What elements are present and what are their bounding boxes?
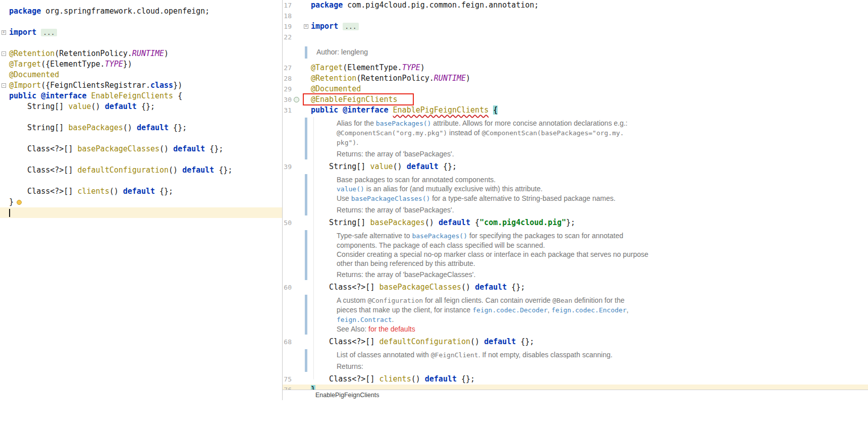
doc-link[interactable]: feign.codec.Decoder [472,306,548,314]
code-token: @Import [9,81,41,90]
code-line-content[interactable]: Class<?>[] clients() default {}; [311,374,868,385]
code-line[interactable] [0,133,282,144]
annotation-gutter-icon[interactable] [294,97,299,102]
code-line[interactable]: -@Import({FeignClientsRegistrar.class}) [0,80,282,91]
code-line[interactable]: @Documented [0,70,282,80]
code-line-content[interactable]: import ... [311,21,868,32]
code-line-content[interactable]: @EnableFeignClients [311,94,868,105]
fold-marker-icon[interactable]: + [2,30,6,35]
code-line-content[interactable]: String[] value() default {}; [311,161,868,172]
doc-line: components. The package of each class sp… [337,241,868,250]
code-line[interactable]: 60 Class<?>[] basePackageClasses() defau… [283,282,868,293]
line-number[interactable]: 39 [283,161,292,172]
line-number[interactable]: 19 [283,21,292,32]
doc-link[interactable]: value() [337,185,364,193]
gutter-icon-cell [292,116,303,161]
rendered-doc-indicator[interactable] [305,295,307,335]
code-line-content[interactable]: @Documented [311,84,868,94]
line-number[interactable]: 22 [283,32,292,42]
code-line[interactable]: 29@Documented [283,84,868,94]
code-line-content[interactable] [311,11,868,21]
line-number[interactable]: 31 [283,105,292,116]
code-line[interactable]: 18 [283,11,868,21]
code-line[interactable] [0,176,282,186]
code-token: . [392,315,394,323]
code-line[interactable] [0,17,282,27]
code-line-content[interactable] [311,32,868,42]
line-number[interactable]: 30 [283,94,292,105]
gutter-icon-cell [292,374,303,385]
intention-bulb-icon[interactable] [17,200,22,205]
fold-marker-icon[interactable]: - [2,83,6,88]
code-line[interactable]: @Target({ElementType.TYPE}) [0,59,282,70]
rendered-doc-indicator[interactable] [305,349,307,372]
doc-link[interactable]: feign.Contract [337,316,392,323]
code-line[interactable]: public @interface EnableFeignClients { [0,91,282,101]
fold-marker-icon[interactable]: - [2,51,6,56]
code-line-content[interactable]: String[] basePackages() default {"com.pi… [311,217,868,228]
line-number[interactable]: 60 [283,282,292,293]
right-editor-content[interactable]: 17package com.pig4cloud.pig.common.feign… [283,0,868,395]
code-line[interactable]: 31public @interface EnablePigFeignClient… [283,105,868,116]
code-token: RUNTIME [434,74,466,83]
code-line[interactable]: 28@Retention(RetentionPolicy.RUNTIME) [283,73,868,84]
rendered-doc-indicator[interactable] [305,118,307,159]
left-editor[interactable]: package org.springframework.cloud.openfe… [0,0,282,400]
line-number[interactable]: 28 [283,73,292,84]
code-token: Type-safe alternative to [337,232,412,240]
rendered-doc-indicator[interactable] [305,174,307,215]
code-line[interactable] [0,154,282,165]
code-line[interactable]: 22 [283,32,868,42]
doc-block-content: List of classes annotated with @FeignCli… [311,347,868,374]
line-number[interactable]: 50 [283,217,292,228]
rendered-doc-indicator[interactable] [305,230,307,280]
code-line-content[interactable]: @Retention(RetentionPolicy.RUNTIME) [311,73,868,84]
gutter-icon-cell [292,94,303,105]
code-line[interactable]: 17package com.pig4cloud.pig.common.feign… [283,0,868,11]
code-line[interactable]: +import ... [0,27,282,38]
code-line[interactable]: } [0,197,282,207]
code-line[interactable] [0,38,282,48]
line-number[interactable]: 75 [283,374,292,385]
code-token: See Also: [337,325,368,333]
right-editor[interactable]: 17package com.pig4cloud.pig.common.feign… [283,0,868,400]
code-line-content[interactable]: @Target(ElementType.TYPE) [311,63,868,73]
line-number [283,347,292,374]
code-line[interactable]: String[] value() default {}; [0,101,282,112]
code-line[interactable]: Class<?>[] clients() default {}; [0,186,282,197]
fold-strip [303,161,311,172]
line-number[interactable]: 68 [283,337,292,347]
code-line[interactable]: 39 String[] value() default {}; [283,161,868,172]
code-line[interactable]: 27@Target(ElementType.TYPE) [283,63,868,73]
code-token: basePackageClasses [379,283,461,292]
code-line[interactable]: -@Retention(RetentionPolicy.RUNTIME) [0,48,282,59]
code-line[interactable]: 30@EnableFeignClients [283,94,868,105]
doc-link[interactable]: basePackageClasses() [351,195,430,202]
code-line[interactable]: 50 String[] basePackages() default {"com… [283,217,868,228]
line-number[interactable]: 18 [283,11,292,21]
code-line-content[interactable]: public @interface EnablePigFeignClients … [311,105,868,116]
code-line-content[interactable]: Class<?>[] basePackageClasses() default … [311,282,868,293]
code-line[interactable]: Class<?>[] defaultConfiguration() defaul… [0,165,282,176]
code-line[interactable]: package org.springframework.cloud.openfe… [0,6,282,17]
code-line[interactable]: 75 Class<?>[] clients() default {}; [283,374,868,385]
code-token: Returns: [337,362,363,370]
code-line[interactable] [0,207,282,218]
code-line[interactable]: 19+import ... [283,21,868,32]
rendered-doc-indicator[interactable] [305,46,307,59]
line-number[interactable]: 27 [283,63,292,73]
breadcrumb[interactable]: EnablePigFeignClients [283,390,868,400]
code-line[interactable]: Class<?>[] basePackageClasses() default … [0,144,282,154]
code-line[interactable]: String[] basePackages() default {}; [0,123,282,133]
code-line[interactable] [0,112,282,123]
code-line-content[interactable]: Class<?>[] defaultConfiguration() defaul… [311,337,868,347]
doc-link[interactable]: basePackages() [412,232,467,240]
doc-link[interactable]: basePackages() [376,120,431,127]
fold-marker-icon[interactable]: + [304,24,308,29]
fold-strip [303,347,311,374]
code-line[interactable]: 68 Class<?>[] defaultConfiguration() def… [283,337,868,347]
code-line-content[interactable]: package com.pig4cloud.pig.common.feign.a… [311,0,868,11]
doc-link[interactable]: feign.codec.Encoder [552,306,627,314]
line-number[interactable]: 17 [283,0,292,11]
line-number[interactable]: 29 [283,84,292,94]
